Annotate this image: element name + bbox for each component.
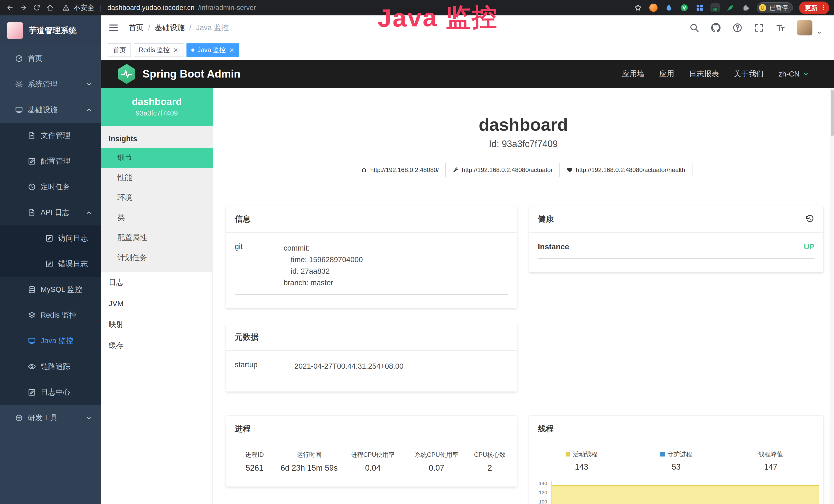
instance-link-health[interactable]: http://192.168.0.2:48080/actuator/health [559, 163, 693, 177]
sba-sidebar: dashboard 93a3fc7f7409 Insights 细节 性能 环境… [101, 88, 213, 504]
sidebar-item-mysql-monitor[interactable]: MySQL 监控 [0, 277, 101, 302]
sba-item-classes[interactable]: 类 [101, 208, 213, 228]
status-badge: UP [804, 243, 814, 251]
sidebar-item-tracing[interactable]: 链路追踪 [0, 354, 101, 380]
sba-item-details[interactable]: 细节 [101, 147, 213, 168]
screen: 不安全 | dashboard.yudao.iocoder.cn/infra/a… [0, 0, 834, 504]
home-icon[interactable] [45, 2, 56, 13]
document-icon [28, 132, 36, 140]
sba-item-environment[interactable]: 环境 [101, 188, 213, 208]
sba-item-metrics[interactable]: 性能 [101, 168, 213, 188]
sba-item-caches[interactable]: 缓存 [101, 335, 213, 356]
tab-redis-monitor[interactable]: Redis 监控 [134, 43, 183, 57]
github-icon[interactable] [711, 23, 721, 33]
health-card-header: 健康 [529, 206, 823, 233]
threads-chart: 140 120 100 [529, 479, 823, 504]
scrollbar-thumb[interactable] [831, 90, 834, 136]
warning-icon [62, 4, 70, 12]
sidebar-item-file-mgmt[interactable]: 文件管理 [0, 123, 101, 148]
help-icon[interactable] [732, 23, 743, 33]
breadcrumb-separator: / [189, 23, 191, 32]
info-value: commit: time: 1596289704000 id: 27aa832 … [284, 243, 363, 289]
extensions-puzzle-icon[interactable] [741, 3, 750, 12]
sidebar-item-scheduled-jobs[interactable]: 定时任务 [0, 174, 101, 200]
active-tab-dot [191, 48, 194, 52]
locale-selector[interactable]: zh-CN [778, 70, 809, 78]
fullscreen-icon[interactable] [754, 23, 764, 33]
extension-icon-orange[interactable] [649, 3, 658, 12]
font-size-icon[interactable] [775, 23, 786, 33]
scrollbar-track[interactable] [830, 88, 834, 504]
sidebar-item-log-center[interactable]: 日志中心 [0, 380, 101, 405]
card-title: 线程 [538, 423, 554, 434]
tab-home[interactable]: 首页 [108, 43, 131, 57]
extension-icon-v[interactable] [680, 3, 689, 12]
close-icon[interactable] [229, 47, 235, 53]
item-label: 文件管理 [41, 131, 70, 141]
item-label: API 日志 [41, 207, 70, 218]
update-button[interactable]: 更新 [799, 2, 829, 14]
card-title: 信息 [235, 214, 251, 224]
reload-icon[interactable] [31, 2, 42, 13]
breadcrumb-section[interactable]: 基础设施 [155, 23, 185, 33]
infrastructure-submenu: 文件管理 配置管理 定时任务 API 日志 [0, 123, 101, 405]
sba-item-logfile[interactable]: 日志 [101, 272, 213, 293]
kebab-menu-icon [820, 4, 827, 11]
sba-item-jvm[interactable]: JVM [101, 293, 213, 314]
forward-icon[interactable] [18, 2, 29, 13]
bookmark-star-icon[interactable] [633, 3, 643, 12]
cards-area: 信息 git commit: time: 1596289704000 id: 2 [226, 206, 823, 504]
stat-value: 6d 23h 15m 59s [278, 463, 340, 473]
sba-nav: 应用墙 应用 日志报表 关于我们 zh-CN [622, 69, 809, 79]
back-icon[interactable] [5, 2, 16, 13]
sidebar-item-system-mgmt[interactable]: 系统管理 [0, 71, 101, 97]
sba-item-configprops[interactable]: 配置属性 [101, 228, 213, 248]
hamburger-icon[interactable] [108, 22, 119, 33]
chevron-down-icon [802, 70, 809, 77]
sidebar-item-api-logs[interactable]: API 日志 [0, 200, 101, 225]
extension-icon-on-switch[interactable]: on [710, 3, 720, 12]
browser-actions: on 已暂停 更新 [633, 2, 829, 14]
legend-daemon-threads: 守护进程 53 [629, 450, 723, 472]
sidebar-item-redis-monitor[interactable]: Redis 监控 [0, 302, 101, 328]
sidebar-item-access-logs[interactable]: 访问日志 [0, 225, 101, 251]
info-card-header: 信息 [226, 206, 517, 233]
extension-icon-drop[interactable] [664, 3, 674, 12]
user-avatar[interactable] [797, 20, 812, 36]
link-label: http://192.168.0.2:48080/ [370, 166, 439, 174]
sidebar-item-dev-tools[interactable]: 研发工具 [0, 405, 101, 431]
sba-item-mappings[interactable]: 映射 [101, 314, 213, 335]
address-bar[interactable]: 不安全 | dashboard.yudao.iocoder.cn/infra/a… [62, 3, 256, 12]
history-icon-button[interactable] [805, 214, 814, 224]
sidebar-item-infrastructure[interactable]: 基础设施 [0, 97, 101, 123]
avatar-caret-icon[interactable] [816, 30, 822, 36]
search-icon[interactable] [689, 23, 699, 33]
on-badge: on [712, 7, 718, 12]
sidebar-item-config-mgmt[interactable]: 配置管理 [0, 148, 101, 174]
sba-item-scheduled-tasks[interactable]: 计划任务 [101, 248, 213, 268]
extension-icon-grid[interactable] [695, 3, 704, 12]
sba-nav-applications[interactable]: 应用 [659, 69, 674, 79]
close-icon[interactable] [173, 47, 178, 53]
sba-nav-wallboard[interactable]: 应用墙 [622, 69, 644, 79]
update-label: 更新 [805, 4, 817, 12]
instance-link-actuator[interactable]: http://192.168.0.2:48080/actuator [445, 163, 560, 177]
sba-nav-journal[interactable]: 日志报表 [689, 69, 719, 79]
stat-header: 进程ID [231, 451, 278, 459]
instance-header[interactable]: dashboard 93a3fc7f7409 [101, 88, 213, 126]
tab-label: 首页 [113, 46, 126, 54]
tab-java-monitor[interactable]: Java 监控 [186, 43, 239, 57]
profile-chip[interactable]: 已暂停 [757, 2, 793, 13]
breadcrumb-home[interactable]: 首页 [129, 23, 144, 33]
sidebar-item-java-monitor[interactable]: Java 监控 [0, 328, 101, 354]
header-actions [689, 20, 822, 36]
sidebar-item-home[interactable]: 首页 [0, 46, 101, 71]
extension-icon-leaf[interactable] [726, 3, 735, 12]
url-domain: dashboard.yudao.iocoder.cn [107, 4, 194, 12]
sidebar-item-error-logs[interactable]: 错误日志 [0, 251, 101, 277]
item-label: 配置管理 [41, 156, 70, 166]
instance-link-root[interactable]: http://192.168.0.2:48080/ [354, 163, 446, 177]
item-label: 首页 [28, 53, 43, 64]
sba-nav-about[interactable]: 关于我们 [734, 69, 764, 79]
item-label: 定时任务 [41, 182, 70, 192]
